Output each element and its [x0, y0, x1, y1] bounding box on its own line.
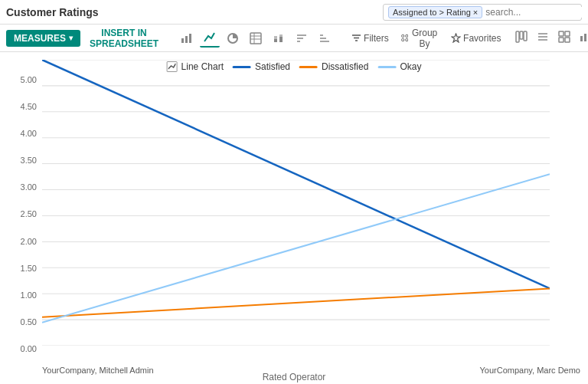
bar-chart2-icon[interactable]: [269, 30, 289, 47]
svg-rect-26: [516, 31, 519, 42]
top-bar: Customer Ratings Assigned to > Rating × …: [0, 0, 588, 25]
legend-chart-type: Line Chart: [167, 61, 224, 72]
line-chart-svg: [42, 60, 550, 346]
chart-container: 5.00 4.50 4.00 3.50 3.00 2.50 2.00 1.50 …: [0, 52, 588, 384]
table-icon[interactable]: [246, 30, 266, 47]
svg-rect-37: [584, 34, 586, 41]
svg-line-51: [42, 60, 550, 288]
svg-rect-32: [559, 31, 564, 36]
line-chart-icon[interactable]: [200, 29, 220, 48]
svg-rect-35: [565, 38, 570, 42]
filters-button[interactable]: Filters: [347, 31, 394, 46]
svg-rect-22: [406, 35, 408, 38]
search-area: Assigned to > Rating × 🔍: [383, 4, 582, 21]
svg-rect-23: [401, 39, 403, 41]
svg-line-52: [42, 288, 550, 317]
svg-rect-8: [274, 39, 277, 42]
chevron-down-icon: ▾: [69, 34, 73, 42]
sort-icon[interactable]: [292, 30, 312, 47]
legend-satisfied: Satisfied: [233, 61, 290, 72]
svg-rect-24: [406, 39, 408, 41]
svg-rect-9: [274, 36, 277, 39]
chart-legend: Line Chart Satisfied Dissatisfied Okay: [167, 61, 422, 72]
search-tag[interactable]: Assigned to > Rating ×: [388, 6, 482, 18]
view-icons: [511, 28, 588, 48]
kanban-view-icon[interactable]: [511, 28, 531, 48]
svg-line-53: [42, 174, 550, 323]
svg-rect-21: [401, 35, 403, 38]
svg-rect-10: [279, 37, 283, 42]
svg-rect-34: [559, 38, 564, 42]
svg-rect-28: [524, 31, 527, 41]
x-label-left: YourCompany, Mitchell Admin: [42, 366, 154, 375]
pie-chart-icon[interactable]: [223, 30, 243, 47]
chart-view-icon[interactable]: [576, 28, 588, 48]
svg-rect-27: [520, 31, 523, 39]
y-axis-labels: 5.00 4.50 4.00 3.50 3.00 2.50 2.00 1.50 …: [6, 75, 37, 353]
groupby-button[interactable]: Group By: [397, 25, 443, 51]
search-input[interactable]: [485, 7, 588, 18]
svg-rect-36: [580, 36, 583, 41]
desc-sort-icon[interactable]: [315, 30, 335, 47]
svg-rect-0: [181, 38, 184, 43]
svg-rect-33: [565, 31, 570, 36]
list-view-icon[interactable]: [533, 28, 553, 48]
svg-rect-2: [189, 34, 191, 43]
measures-button[interactable]: MEASURES ▾: [6, 30, 80, 47]
insert-spreadsheet-button[interactable]: INSERT IN SPREADSHEET: [83, 25, 165, 52]
svg-rect-1: [185, 36, 188, 43]
legend-dissatisfied: Dissatisfied: [299, 61, 368, 72]
grid-view-icon[interactable]: [554, 28, 574, 48]
svg-marker-25: [452, 34, 460, 42]
favorites-button[interactable]: Favorites: [446, 31, 505, 46]
svg-rect-4: [250, 33, 261, 44]
page-title: Customer Ratings: [6, 6, 99, 18]
svg-rect-11: [279, 34, 283, 37]
x-label-right: YourCompany, Marc Demo: [480, 366, 580, 375]
toolbar: MEASURES ▾ INSERT IN SPREADSHEET Filters…: [0, 25, 588, 52]
legend-okay: Okay: [377, 61, 421, 72]
x-axis-title: Rated Operator: [263, 372, 326, 382]
bar-chart-icon[interactable]: [177, 30, 197, 47]
